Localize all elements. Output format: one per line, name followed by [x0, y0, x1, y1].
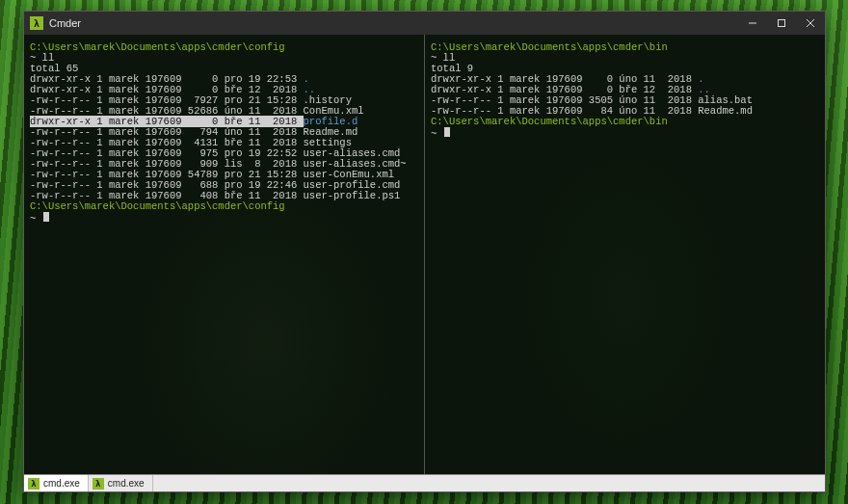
tab-icon: λ — [93, 478, 104, 490]
tab-cmd[interactable]: λcmd.exe — [89, 475, 153, 491]
titlebar[interactable]: λ Cmder — [24, 12, 825, 35]
tab-label: cmd.exe — [43, 478, 80, 489]
app-icon: λ — [30, 16, 43, 30]
close-button[interactable] — [796, 12, 825, 35]
app-window: λ Cmder C:\Users\marek\Documents\apps\cm… — [23, 11, 826, 492]
app-title: Cmder — [49, 17, 81, 29]
maximize-icon — [777, 18, 786, 28]
cursor — [444, 127, 450, 137]
terminal-pane-right[interactable]: C:\Users\marek\Documents\apps\cmder\bin~… — [425, 35, 825, 474]
terminal-body: C:\Users\marek\Documents\apps\cmder\conf… — [24, 35, 825, 474]
svg-rect-1 — [779, 20, 785, 27]
tab-cmd[interactable]: λcmd.exe — [24, 475, 89, 491]
tab-icon: λ — [28, 478, 40, 490]
prompt-path: C:\Users\marek\Documents\apps\cmder\bin — [431, 42, 819, 53]
terminal-pane-left[interactable]: C:\Users\marek\Documents\apps\cmder\conf… — [24, 35, 424, 474]
tab-label: cmd.exe — [108, 478, 145, 489]
prompt[interactable]: ~ — [431, 127, 819, 140]
cursor — [43, 212, 49, 222]
close-icon — [806, 18, 815, 28]
minimize-button[interactable] — [738, 12, 767, 35]
minimize-icon — [748, 18, 757, 28]
maximize-button[interactable] — [767, 12, 796, 35]
prompt-path: C:\Users\marek\Documents\apps\cmder\conf… — [30, 42, 418, 53]
prompt[interactable]: ~ — [30, 212, 418, 225]
prompt-path: C:\Users\marek\Documents\apps\cmder\bin — [431, 117, 819, 127]
tab-bar: λcmd.exeλcmd.exe — [24, 474, 825, 491]
prompt-path: C:\Users\marek\Documents\apps\cmder\conf… — [30, 201, 418, 212]
